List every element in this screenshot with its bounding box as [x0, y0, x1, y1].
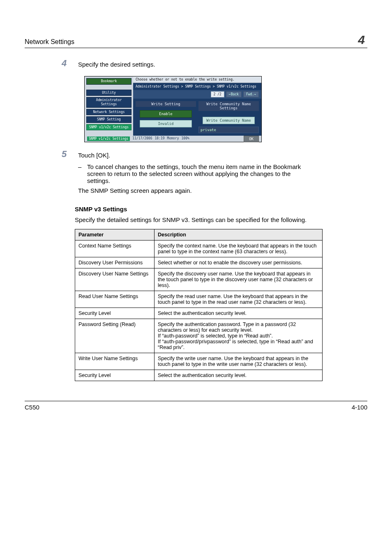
step-4: 4 Specify the desired settings.: [62, 58, 367, 72]
table-row: Security LevelSelect the authentication …: [75, 370, 323, 381]
status-mem-value: 100%: [182, 136, 189, 141]
param-desc: Select whether or not to enable the disc…: [154, 257, 323, 268]
write-community-header: Write Community Name Settings: [198, 101, 259, 111]
param-name: Read User Name Settings: [75, 291, 154, 308]
breadcrumb: Administrator Settings > SNMP Settings >…: [133, 83, 261, 90]
forward-button[interactable]: Fwd.→: [243, 91, 259, 97]
th-parameter: Parameter: [75, 229, 154, 240]
step-5-after: The SNMP Setting screen appears again.: [78, 187, 305, 195]
write-setting-header: Write Setting: [136, 101, 196, 107]
status-bar: SNMP v1/v2c Settings 11/17/2006 18:19 Me…: [87, 136, 189, 141]
param-desc: Select the authentication security level…: [154, 308, 323, 319]
nav-snmp-setting[interactable]: SNMP Setting: [86, 116, 131, 123]
ok-button[interactable]: OK: [244, 136, 259, 142]
param-name: Security Level: [75, 308, 154, 319]
footer-model: C550: [25, 404, 39, 411]
step-5: 5 Touch [OK]. – To cancel changes to the…: [62, 149, 367, 198]
nav-network-settings[interactable]: Network Settings: [86, 109, 131, 116]
table-row: Write User Name SettingsSpecify the writ…: [75, 353, 323, 370]
param-desc: Specify the context name. Use the keyboa…: [154, 240, 323, 257]
param-desc: Specify the discovery user name. Use the…: [154, 268, 323, 291]
footer-page: 4-100: [352, 404, 367, 411]
table-row: Password Setting (Read)Specify the authe…: [75, 319, 323, 353]
param-name: Security Level: [75, 370, 154, 381]
section-heading: SNMP v3 Settings: [75, 206, 367, 213]
invalid-button[interactable]: Invalid: [140, 120, 192, 127]
status-mem-label: Memory: [167, 136, 179, 141]
bookmark-button[interactable]: Bookmark: [86, 78, 131, 85]
step-5-text: Touch [OK].: [78, 151, 305, 160]
page-footer: C550 4-100: [25, 401, 367, 411]
param-name: Password Setting (Read): [75, 319, 154, 353]
table-row: Discovery User PermissionsSelect whether…: [75, 257, 323, 268]
step-number: 5: [62, 149, 78, 198]
snmp-v3-table: Parameter Description Context Name Setti…: [75, 229, 323, 381]
step-number: 4: [62, 58, 78, 72]
step-5-subtext: To cancel changes to the settings, touch…: [87, 163, 305, 184]
touchpanel-screenshot: Bookmark Utility Administrator Settings …: [84, 76, 367, 142]
runhead-chapter: 4: [358, 33, 365, 47]
table-row: Read User Name SettingsSpecify the read …: [75, 291, 323, 308]
write-community-name-value: private: [198, 127, 259, 133]
running-header: Network Settings 4: [25, 33, 367, 48]
table-row: Context Name SettingsSpecify the context…: [75, 240, 323, 257]
th-description: Description: [154, 229, 323, 240]
status-date: 11/17/2006: [132, 136, 152, 141]
write-community-name-button[interactable]: Write Community Name: [203, 117, 255, 124]
status-time: 18:19: [155, 136, 165, 141]
nav-snmp-v1v2c-settings: SNMP v1/v2c Settings: [86, 124, 131, 131]
back-button[interactable]: ←Back: [226, 91, 242, 97]
table-row: Security LevelSelect the authentication …: [75, 308, 323, 319]
runhead-title: Network Settings: [25, 38, 74, 46]
nav-utility[interactable]: Utility: [86, 90, 131, 96]
param-desc: Select the authentication security level…: [154, 370, 323, 381]
param-desc: Specify the write user name. Use the key…: [154, 353, 323, 370]
section-intro: Specify the detailed settings for SNMP v…: [75, 216, 321, 224]
nav-admin-settings[interactable]: Administrator Settings: [86, 97, 131, 107]
param-name: Discovery User Permissions: [75, 257, 154, 268]
pager: 2 /2 ←Back Fwd.→: [133, 90, 261, 99]
page-indicator: 2 /2: [211, 91, 224, 97]
param-desc: Specify the read user name. Use the keyb…: [154, 291, 323, 308]
enable-button[interactable]: Enable: [140, 110, 192, 118]
dash-icon: –: [78, 163, 87, 184]
step-4-text: Specify the desired settings.: [78, 60, 155, 69]
param-desc: Specify the authentication password. Typ…: [154, 319, 323, 353]
status-snmp: SNMP v1/v2c Settings: [87, 136, 130, 141]
table-row: Discovery User Name SettingsSpecify the …: [75, 268, 323, 291]
screen-instruction: Choose whether or not to enable the writ…: [133, 76, 261, 83]
param-name: Context Name Settings: [75, 240, 154, 257]
param-name: Discovery User Name Settings: [75, 268, 154, 291]
param-name: Write User Name Settings: [75, 353, 154, 370]
